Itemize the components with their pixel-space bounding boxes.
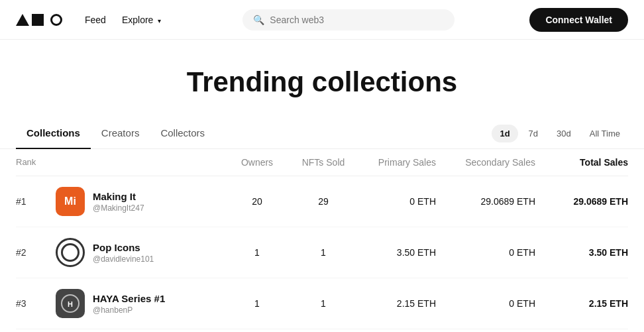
collections-table: Rank Owners NFTs Sold Primary Sales Seco… <box>0 149 644 329</box>
collection-name-3: HAYA Series #1 <box>93 293 165 304</box>
time-filter-all-time[interactable]: All Time <box>582 125 628 142</box>
header: Feed Explore ▾ 🔍 Connect Wallet <box>0 0 644 40</box>
time-filter-7d[interactable]: 7d <box>521 125 546 142</box>
secondary-sales-3: 0 ETH <box>436 298 535 309</box>
avatar-making-it: Mi <box>56 187 85 216</box>
logo-circle-icon <box>50 14 62 26</box>
avatar-pop-icons <box>56 238 85 267</box>
nfts-sold-3: 1 <box>290 298 356 309</box>
col-primary-sales: Primary Sales <box>356 157 436 168</box>
connect-wallet-button[interactable]: Connect Wallet <box>529 8 628 32</box>
table-row[interactable]: #3 H HAYA Series #1 @hanbenP 1 1 2.15 ET… <box>16 278 628 329</box>
total-sales-2: 3.50 ETH <box>535 247 628 258</box>
nfts-sold-2: 1 <box>290 247 356 258</box>
page-title: Trending collections <box>0 66 644 98</box>
owners-1: 20 <box>224 196 290 207</box>
table-row[interactable]: #2 Pop Icons @davidlevine101 1 1 3.50 ET… <box>16 227 628 278</box>
haya-logo-icon: H <box>60 294 80 313</box>
col-owners: Owners <box>224 157 290 168</box>
primary-sales-3: 2.15 ETH <box>356 298 436 309</box>
secondary-sales-2: 0 ETH <box>436 247 535 258</box>
secondary-sales-1: 29.0689 ETH <box>436 196 535 207</box>
collection-info-1: Mi Making It @MakingIt247 <box>56 187 224 216</box>
chevron-down-icon: ▾ <box>158 17 161 25</box>
col-nfts-sold: NFTs Sold <box>290 157 356 168</box>
main-nav: Feed Explore ▾ <box>78 11 168 29</box>
logo-square-icon <box>32 14 44 26</box>
collection-meta-2: Pop Icons @davidlevine101 <box>93 242 154 264</box>
search-box: 🔍 <box>242 9 455 30</box>
page-title-section: Trending collections <box>0 40 644 118</box>
svg-text:H: H <box>68 300 73 308</box>
rank-1: #1 <box>16 196 56 207</box>
collection-name-1: Making It <box>93 191 144 202</box>
table-header: Rank Owners NFTs Sold Primary Sales Seco… <box>16 149 628 176</box>
table-row[interactable]: #1 Mi Making It @MakingIt247 20 29 0 ETH… <box>16 176 628 227</box>
nav-feed[interactable]: Feed <box>78 11 113 29</box>
collection-handle-1: @MakingIt247 <box>93 203 144 213</box>
time-filter-30d[interactable]: 30d <box>549 125 579 142</box>
tab-creators[interactable]: Creators <box>91 118 150 149</box>
rank-2: #2 <box>16 247 56 258</box>
collection-name-2: Pop Icons <box>93 242 154 253</box>
col-total-sales: Total Sales <box>535 157 628 168</box>
collection-info-3: H HAYA Series #1 @hanbenP <box>56 289 224 318</box>
collection-info-2: Pop Icons @davidlevine101 <box>56 238 224 267</box>
collection-handle-2: @davidlevine101 <box>93 254 154 264</box>
nav-explore[interactable]: Explore ▾ <box>115 11 168 29</box>
rank-3: #3 <box>16 298 56 309</box>
total-sales-3: 2.15 ETH <box>535 298 628 309</box>
logo[interactable] <box>16 14 62 26</box>
avatar-haya: H <box>56 289 85 318</box>
owners-2: 1 <box>224 247 290 258</box>
time-filter-1d[interactable]: 1d <box>492 125 517 142</box>
collection-meta-3: HAYA Series #1 @hanbenP <box>93 293 165 315</box>
collection-handle-3: @hanbenP <box>93 305 165 315</box>
col-secondary-sales: Secondary Sales <box>436 157 535 168</box>
logo-triangle-icon <box>16 14 29 26</box>
tab-collectors[interactable]: Collectors <box>150 118 215 149</box>
search-wrap: 🔍 <box>184 9 513 30</box>
tab-collections[interactable]: Collections <box>16 118 91 149</box>
collection-meta-1: Making It @MakingIt247 <box>93 191 144 213</box>
time-filters: 1d 7d 30d All Time <box>492 125 628 142</box>
primary-sales-1: 0 ETH <box>356 196 436 207</box>
tabs: Collections Creators Collectors <box>16 118 215 148</box>
owners-3: 1 <box>224 298 290 309</box>
col-collection <box>56 157 224 168</box>
primary-sales-2: 3.50 ETH <box>356 247 436 258</box>
search-input[interactable] <box>270 15 444 25</box>
pop-icons-inner-ring <box>61 243 80 262</box>
nfts-sold-1: 29 <box>290 196 356 207</box>
search-icon: 🔍 <box>253 15 264 25</box>
col-rank: Rank <box>16 157 56 168</box>
tabs-row: Collections Creators Collectors 1d 7d 30… <box>0 118 644 149</box>
total-sales-1: 29.0689 ETH <box>535 196 628 207</box>
